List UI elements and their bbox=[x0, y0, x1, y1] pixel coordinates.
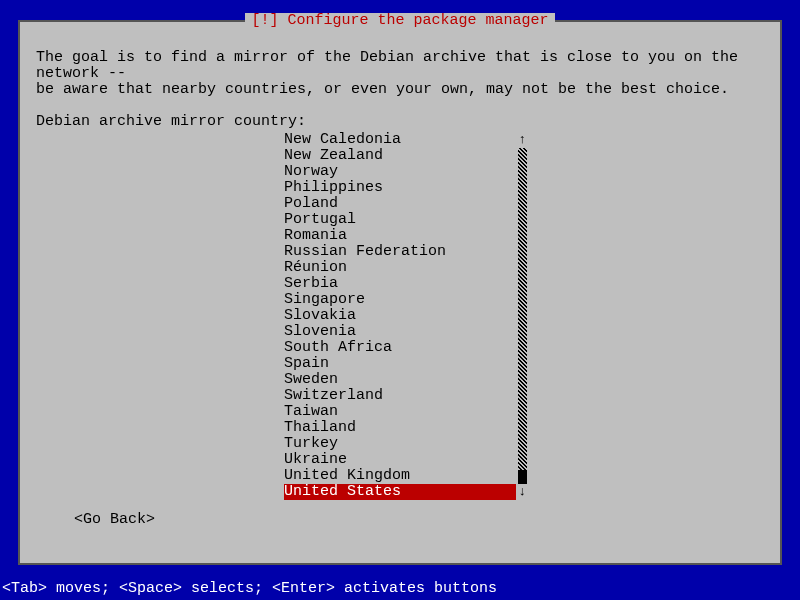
mirror-country-prompt: Debian archive mirror country: bbox=[36, 114, 764, 130]
country-list-item[interactable]: New Caledonia bbox=[284, 132, 534, 148]
dialog-title-wrap: [!] Configure the package manager bbox=[20, 13, 780, 29]
scroll-track[interactable] bbox=[518, 148, 527, 484]
country-list-item[interactable]: United Kingdom bbox=[284, 468, 534, 484]
country-list-item[interactable]: New Zealand bbox=[284, 148, 534, 164]
country-list-item[interactable]: Slovakia bbox=[284, 308, 534, 324]
dialog-title: [!] Configure the package manager bbox=[245, 13, 554, 29]
dialog-box: [!] Configure the package manager The go… bbox=[18, 20, 782, 565]
go-back-button[interactable]: <Go Back> bbox=[74, 512, 155, 528]
country-list-item[interactable]: United States bbox=[284, 484, 516, 500]
country-list-item[interactable]: Russian Federation bbox=[284, 244, 534, 260]
country-list[interactable]: New CaledoniaNew ZealandNorwayPhilippine… bbox=[284, 132, 534, 500]
country-list-item[interactable]: Sweden bbox=[284, 372, 534, 388]
country-list-item[interactable]: Slovenia bbox=[284, 324, 534, 340]
country-list-item[interactable]: Switzerland bbox=[284, 388, 534, 404]
country-list-item[interactable]: Serbia bbox=[284, 276, 534, 292]
scroll-down-arrow-icon[interactable]: ↓ bbox=[518, 484, 527, 500]
scroll-thumb[interactable] bbox=[518, 470, 527, 484]
country-list-item[interactable]: Norway bbox=[284, 164, 534, 180]
country-list-item[interactable]: Taiwan bbox=[284, 404, 534, 420]
country-list-item[interactable]: South Africa bbox=[284, 340, 534, 356]
country-list-item[interactable]: Thailand bbox=[284, 420, 534, 436]
country-list-item[interactable]: Philippines bbox=[284, 180, 534, 196]
instruction-text: The goal is to find a mirror of the Debi… bbox=[36, 50, 764, 98]
country-list-item[interactable]: Réunion bbox=[284, 260, 534, 276]
country-list-item[interactable]: Singapore bbox=[284, 292, 534, 308]
country-list-item[interactable]: Portugal bbox=[284, 212, 534, 228]
footer-help-bar: <Tab> moves; <Space> selects; <Enter> ac… bbox=[0, 580, 800, 600]
country-list-item[interactable]: Turkey bbox=[284, 436, 534, 452]
dialog-inner: The goal is to find a mirror of the Debi… bbox=[20, 22, 780, 563]
country-list-item[interactable]: Ukraine bbox=[284, 452, 534, 468]
country-list-item[interactable]: Spain bbox=[284, 356, 534, 372]
scrollbar[interactable]: ↑ ↓ bbox=[518, 132, 527, 500]
country-list-item[interactable]: Poland bbox=[284, 196, 534, 212]
country-list-item[interactable]: Romania bbox=[284, 228, 534, 244]
scroll-up-arrow-icon[interactable]: ↑ bbox=[518, 132, 527, 148]
